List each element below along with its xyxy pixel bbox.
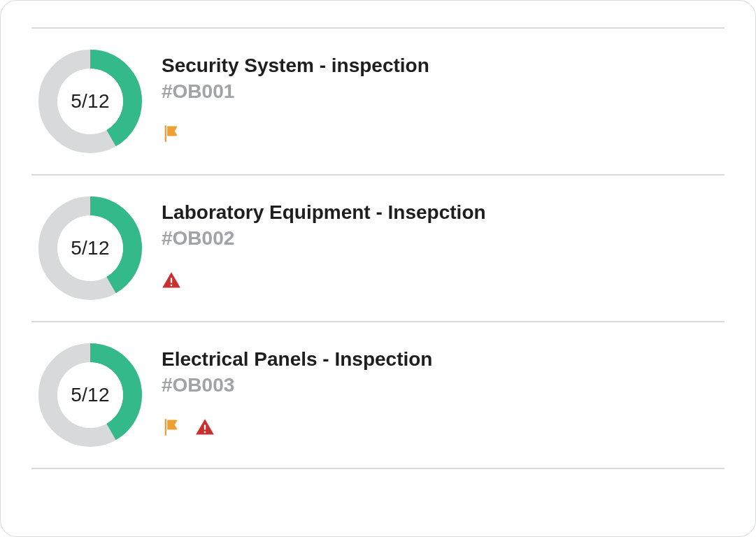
alert-icon bbox=[195, 417, 215, 437]
list-item-content: Electrical Panels - Inspection #OB003 bbox=[162, 343, 432, 437]
svg-rect-9 bbox=[171, 284, 172, 285]
list-item[interactable]: 5/12 Security System - inspection #OB001 bbox=[31, 29, 725, 176]
list-item-content: Security System - inspection #OB001 bbox=[162, 50, 429, 143]
progress-ring: 5/12 bbox=[38, 50, 142, 153]
svg-rect-14 bbox=[204, 431, 206, 432]
item-code: #OB002 bbox=[162, 227, 486, 250]
progress-label: 5/12 bbox=[38, 50, 142, 153]
inspection-list-card: 5/12 Security System - inspection #OB001 bbox=[0, 0, 756, 537]
list-item-content: Laboratory Equipment - Insepction #OB002 bbox=[162, 196, 486, 290]
flag-icon bbox=[162, 417, 181, 437]
item-title: Security System - inspection bbox=[162, 54, 429, 78]
list-item[interactable]: 5/12 Laboratory Equipment - Insepction #… bbox=[31, 176, 725, 322]
svg-rect-13 bbox=[204, 424, 206, 429]
item-status-icons bbox=[162, 271, 486, 290]
item-title: Laboratory Equipment - Insepction bbox=[162, 201, 486, 224]
progress-label: 5/12 bbox=[38, 196, 142, 300]
inspection-list: 5/12 Security System - inspection #OB001 bbox=[31, 29, 725, 469]
list-item[interactable]: 5/12 Electrical Panels - Inspection #OB0… bbox=[31, 322, 725, 469]
item-status-icons bbox=[162, 417, 432, 437]
flag-icon bbox=[162, 124, 181, 143]
progress-label: 5/12 bbox=[38, 343, 142, 447]
svg-rect-8 bbox=[171, 278, 172, 282]
progress-ring: 5/12 bbox=[38, 196, 142, 300]
item-status-icons bbox=[162, 124, 429, 143]
item-title: Electrical Panels - Inspection bbox=[162, 348, 432, 371]
item-code: #OB001 bbox=[162, 80, 429, 103]
progress-ring: 5/12 bbox=[38, 343, 142, 447]
alert-icon bbox=[162, 271, 181, 290]
item-code: #OB003 bbox=[162, 374, 432, 396]
